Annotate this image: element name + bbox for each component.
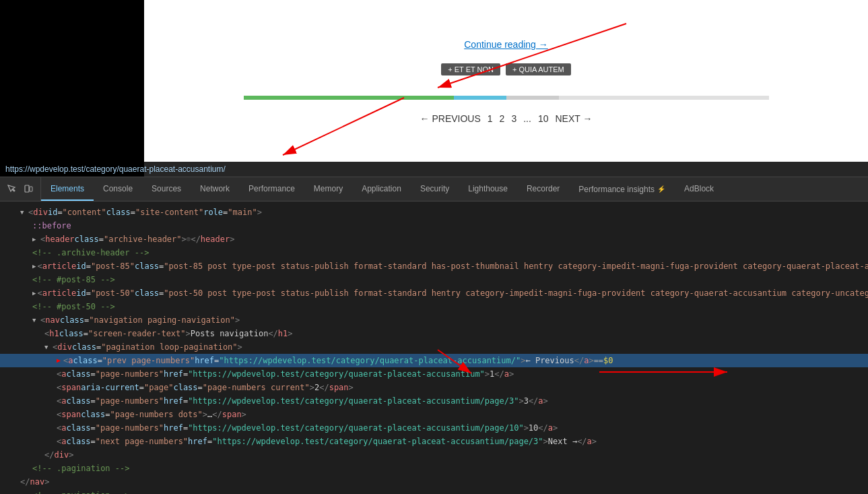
pagination-next[interactable]: NEXT →	[555, 113, 592, 124]
dom-line-page1[interactable]: <a class="page-numbers" href="https://wp…	[0, 367, 868, 381]
pagination-page-1[interactable]: 1	[488, 113, 493, 124]
progress-bar	[244, 96, 769, 100]
dom-line-nav[interactable]: ▼ <nav class="navigation paging-navigati…	[0, 313, 868, 327]
tab-lighthouse[interactable]: Lighthouse	[459, 177, 517, 201]
dom-line-comment-pagination: <!-- .pagination -->	[0, 462, 868, 475]
svg-rect-4	[25, 185, 29, 192]
dom-line-close-nav: </nav>	[0, 475, 868, 489]
tab-network[interactable]: Network	[191, 177, 239, 201]
device-icon[interactable]	[22, 183, 35, 196]
svg-rect-5	[30, 187, 32, 191]
dom-line-before[interactable]: ::before	[0, 219, 868, 233]
expand-icon-post50[interactable]: ▶	[32, 287, 36, 299]
dom-line-dots[interactable]: <span class="page-numbers dots" > … </sp…	[0, 408, 868, 421]
left-black-panel	[0, 0, 144, 177]
pagination-page-3[interactable]: 3	[511, 113, 516, 124]
dom-line-pagination-div[interactable]: ▼ <div class="pagination loop-pagination…	[0, 340, 868, 354]
dom-line-post50[interactable]: ▶ <article id="post-50" class="post-50 p…	[0, 286, 868, 300]
dom-line[interactable]: ▼ <div id="content" class="site-content"…	[0, 206, 868, 219]
pagination-page-10[interactable]: 10	[538, 113, 549, 124]
continue-reading-link[interactable]: Continue reading →	[464, 39, 548, 50]
expand-icon[interactable]: ▼	[20, 206, 27, 218]
devtools-main: ▼ <div id="content" class="site-content"…	[0, 202, 868, 494]
tab-security[interactable]: Security	[411, 177, 459, 201]
dom-line-header[interactable]: ▶ <header class="archive-header" > ⊕ </h…	[0, 233, 868, 246]
expand-icon-pagination[interactable]: ▼	[44, 341, 51, 353]
tab-elements[interactable]: Elements	[41, 177, 94, 201]
progress-green	[244, 96, 454, 100]
dom-line-h1[interactable]: <h1 class="screen-reader-text" > Posts n…	[0, 327, 868, 340]
tab-performance-insights[interactable]: Performance insights ⚡	[569, 177, 675, 201]
pagination: ← PREVIOUS 1 2 3 ... 10 NEXT →	[420, 113, 593, 124]
tab-console[interactable]: Console	[94, 177, 142, 201]
pagination-prev[interactable]: ← PREVIOUS	[420, 113, 481, 124]
expand-icon-post85[interactable]: ▶	[32, 260, 36, 272]
dom-line-comment-nav: <!-- .navigation -->	[0, 489, 868, 494]
selected-indicator: ▶	[57, 354, 61, 367]
pagination-page-2[interactable]: 2	[500, 113, 505, 124]
dom-line-page10[interactable]: <a class="page-numbers" href="https://wp…	[0, 421, 868, 435]
progress-gray	[506, 96, 559, 100]
tags-area: + ET ET NON + QUIA AUTEM	[441, 63, 570, 75]
performance-insights-icon: ⚡	[657, 185, 665, 193]
dom-line-comment-1: <!-- .archive-header -->	[0, 246, 868, 259]
progress-teal	[454, 96, 506, 100]
dom-line-prev-selected[interactable]: ▶ <a class="prev page-numbers" href="htt…	[0, 354, 868, 367]
dom-line-comment-3: <!-- #post-50 -->	[0, 300, 868, 313]
webpage-preview: Continue reading → + ET ET NON + QUIA AU…	[0, 0, 868, 177]
dom-line-page3[interactable]: <a class="page-numbers" href="https://wp…	[0, 394, 868, 408]
url-bar: https://wpdevelop.test/category/quaerat-…	[0, 162, 868, 177]
tab-sources[interactable]: Sources	[142, 177, 191, 201]
tag-et-et-non[interactable]: + ET ET NON	[441, 63, 500, 75]
tab-memory[interactable]: Memory	[304, 177, 352, 201]
expand-icon-nav[interactable]: ▼	[32, 314, 39, 326]
tag-quia-autem[interactable]: + QUIA AUTEM	[506, 63, 571, 75]
expand-icon-header[interactable]: ▶	[32, 233, 39, 245]
pagination-ellipsis: ...	[523, 113, 531, 124]
webpage-content: Continue reading → + ET ET NON + QUIA AU…	[144, 0, 868, 177]
tab-performance[interactable]: Performance	[239, 177, 304, 201]
dom-line-next[interactable]: <a class="next page-numbers" href="https…	[0, 435, 868, 448]
tab-recorder[interactable]: Recorder	[517, 177, 569, 201]
tab-application[interactable]: Application	[352, 177, 411, 201]
dom-line-post85[interactable]: ▶ <article id="post-85" class="post-85 p…	[0, 259, 868, 273]
devtools-tabs: Elements Console Sources Network Perform…	[41, 177, 868, 201]
dom-tree[interactable]: ▼ <div id="content" class="site-content"…	[0, 202, 868, 494]
devtools-icons	[0, 177, 41, 201]
devtools-toolbar: Elements Console Sources Network Perform…	[0, 177, 868, 202]
dom-line-comment-2: <!-- #post-85 -->	[0, 273, 868, 286]
inspect-icon[interactable]	[5, 183, 19, 196]
tab-adblock[interactable]: AdBlock	[675, 177, 723, 201]
devtools-panel: Elements Console Sources Network Perform…	[0, 177, 868, 494]
dom-line-close-div: </div>	[0, 448, 868, 462]
dom-line-page2[interactable]: <span aria-current="page" class="page-nu…	[0, 381, 868, 394]
